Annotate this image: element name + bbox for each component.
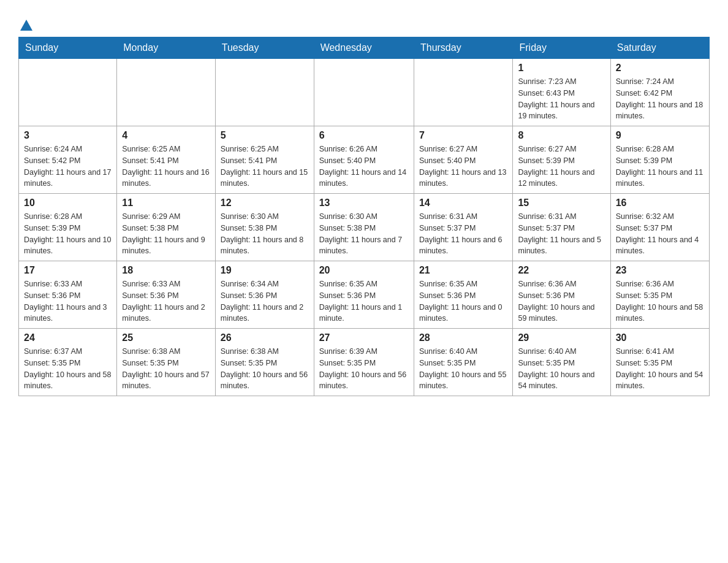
page-header (18, 12, 710, 31)
day-number: 20 (319, 265, 409, 276)
table-row: 13Sunrise: 6:30 AMSunset: 5:38 PMDayligh… (314, 194, 414, 261)
col-monday: Monday (117, 37, 216, 59)
day-detail: Sunrise: 6:39 AMSunset: 5:35 PMDaylight:… (319, 346, 409, 392)
table-row: 20Sunrise: 6:35 AMSunset: 5:36 PMDayligh… (314, 261, 414, 329)
day-number: 21 (419, 265, 508, 276)
day-number: 15 (518, 197, 605, 209)
day-number: 19 (221, 265, 309, 276)
day-number: 22 (518, 265, 605, 276)
table-row: 23Sunrise: 6:36 AMSunset: 5:35 PMDayligh… (610, 261, 709, 329)
table-row: 1Sunrise: 7:23 AMSunset: 6:43 PMDaylight… (513, 59, 610, 126)
day-number: 5 (221, 130, 309, 141)
table-row: 14Sunrise: 6:31 AMSunset: 5:37 PMDayligh… (414, 194, 513, 261)
day-detail: Sunrise: 6:33 AMSunset: 5:36 PMDaylight:… (122, 278, 210, 324)
day-detail: Sunrise: 6:38 AMSunset: 5:35 PMDaylight:… (221, 346, 309, 392)
day-number: 28 (419, 332, 508, 343)
calendar-week-row: 3Sunrise: 6:24 AMSunset: 5:42 PMDaylight… (19, 126, 710, 194)
day-number: 3 (24, 130, 112, 141)
table-row: 27Sunrise: 6:39 AMSunset: 5:35 PMDayligh… (314, 329, 414, 396)
day-number: 1 (518, 63, 605, 74)
col-wednesday: Wednesday (314, 37, 414, 59)
table-row: 19Sunrise: 6:34 AMSunset: 5:36 PMDayligh… (215, 261, 314, 329)
day-detail: Sunrise: 6:28 AMSunset: 5:39 PMDaylight:… (24, 211, 112, 257)
col-thursday: Thursday (414, 37, 513, 59)
day-detail: Sunrise: 6:25 AMSunset: 5:41 PMDaylight:… (221, 144, 309, 190)
day-detail: Sunrise: 6:33 AMSunset: 5:36 PMDaylight:… (24, 278, 112, 324)
day-number: 11 (122, 197, 210, 209)
table-row: 2Sunrise: 7:24 AMSunset: 6:42 PMDaylight… (610, 59, 709, 126)
day-detail: Sunrise: 6:26 AMSunset: 5:40 PMDaylight:… (319, 144, 409, 190)
table-row: 6Sunrise: 6:26 AMSunset: 5:40 PMDaylight… (314, 126, 414, 194)
day-number: 2 (616, 63, 704, 74)
table-row: 11Sunrise: 6:29 AMSunset: 5:38 PMDayligh… (117, 194, 216, 261)
day-detail: Sunrise: 6:36 AMSunset: 5:36 PMDaylight:… (518, 278, 605, 324)
table-row (117, 59, 216, 126)
table-row: 25Sunrise: 6:38 AMSunset: 5:35 PMDayligh… (117, 329, 216, 396)
table-row: 3Sunrise: 6:24 AMSunset: 5:42 PMDaylight… (19, 126, 117, 194)
day-number: 17 (24, 265, 112, 276)
table-row: 24Sunrise: 6:37 AMSunset: 5:35 PMDayligh… (19, 329, 117, 396)
day-detail: Sunrise: 6:40 AMSunset: 5:35 PMDaylight:… (518, 346, 605, 392)
day-number: 18 (122, 265, 210, 276)
day-detail: Sunrise: 6:27 AMSunset: 5:40 PMDaylight:… (419, 144, 508, 190)
day-number: 4 (122, 130, 210, 141)
table-row (314, 59, 414, 126)
day-detail: Sunrise: 7:24 AMSunset: 6:42 PMDaylight:… (616, 76, 704, 122)
day-number: 26 (221, 332, 309, 343)
day-number: 10 (24, 197, 112, 209)
day-detail: Sunrise: 6:30 AMSunset: 5:38 PMDaylight:… (221, 211, 309, 257)
day-detail: Sunrise: 6:32 AMSunset: 5:37 PMDaylight:… (616, 211, 704, 257)
day-number: 7 (419, 130, 508, 141)
day-detail: Sunrise: 6:24 AMSunset: 5:42 PMDaylight:… (24, 144, 112, 190)
day-detail: Sunrise: 6:29 AMSunset: 5:38 PMDaylight:… (122, 211, 210, 257)
col-tuesday: Tuesday (215, 37, 314, 59)
calendar-week-row: 24Sunrise: 6:37 AMSunset: 5:35 PMDayligh… (19, 329, 710, 396)
day-detail: Sunrise: 6:37 AMSunset: 5:35 PMDaylight:… (24, 346, 112, 392)
table-row: 22Sunrise: 6:36 AMSunset: 5:36 PMDayligh… (513, 261, 610, 329)
table-row: 4Sunrise: 6:25 AMSunset: 5:41 PMDaylight… (117, 126, 216, 194)
day-number: 24 (24, 332, 112, 343)
day-number: 9 (616, 130, 704, 141)
day-number: 6 (319, 130, 409, 141)
day-number: 25 (122, 332, 210, 343)
table-row: 12Sunrise: 6:30 AMSunset: 5:38 PMDayligh… (215, 194, 314, 261)
calendar-week-row: 10Sunrise: 6:28 AMSunset: 5:39 PMDayligh… (19, 194, 710, 261)
table-row (414, 59, 513, 126)
day-detail: Sunrise: 7:23 AMSunset: 6:43 PMDaylight:… (518, 76, 605, 122)
day-detail: Sunrise: 6:28 AMSunset: 5:39 PMDaylight:… (616, 144, 704, 190)
day-detail: Sunrise: 6:31 AMSunset: 5:37 PMDaylight:… (419, 211, 508, 257)
table-row: 8Sunrise: 6:27 AMSunset: 5:39 PMDaylight… (513, 126, 610, 194)
calendar-table: Sunday Monday Tuesday Wednesday Thursday… (18, 37, 710, 396)
logo (18, 18, 32, 31)
day-number: 27 (319, 332, 409, 343)
table-row: 9Sunrise: 6:28 AMSunset: 5:39 PMDaylight… (610, 126, 709, 194)
table-row (19, 59, 117, 126)
table-row: 10Sunrise: 6:28 AMSunset: 5:39 PMDayligh… (19, 194, 117, 261)
day-number: 13 (319, 197, 409, 209)
table-row: 7Sunrise: 6:27 AMSunset: 5:40 PMDaylight… (414, 126, 513, 194)
day-detail: Sunrise: 6:36 AMSunset: 5:35 PMDaylight:… (616, 278, 704, 324)
day-detail: Sunrise: 6:38 AMSunset: 5:35 PMDaylight:… (122, 346, 210, 392)
table-row: 21Sunrise: 6:35 AMSunset: 5:36 PMDayligh… (414, 261, 513, 329)
col-friday: Friday (513, 37, 610, 59)
table-row: 18Sunrise: 6:33 AMSunset: 5:36 PMDayligh… (117, 261, 216, 329)
table-row: 5Sunrise: 6:25 AMSunset: 5:41 PMDaylight… (215, 126, 314, 194)
day-detail: Sunrise: 6:35 AMSunset: 5:36 PMDaylight:… (319, 278, 409, 324)
col-sunday: Sunday (19, 37, 117, 59)
day-number: 23 (616, 265, 704, 276)
day-number: 16 (616, 197, 704, 209)
table-row (215, 59, 314, 126)
day-number: 12 (221, 197, 309, 209)
day-detail: Sunrise: 6:40 AMSunset: 5:35 PMDaylight:… (419, 346, 508, 392)
table-row: 26Sunrise: 6:38 AMSunset: 5:35 PMDayligh… (215, 329, 314, 396)
logo-triangle-icon (20, 18, 32, 31)
day-detail: Sunrise: 6:30 AMSunset: 5:38 PMDaylight:… (319, 211, 409, 257)
table-row: 28Sunrise: 6:40 AMSunset: 5:35 PMDayligh… (414, 329, 513, 396)
table-row: 30Sunrise: 6:41 AMSunset: 5:35 PMDayligh… (610, 329, 709, 396)
svg-marker-0 (20, 20, 32, 31)
table-row: 15Sunrise: 6:31 AMSunset: 5:37 PMDayligh… (513, 194, 610, 261)
day-detail: Sunrise: 6:25 AMSunset: 5:41 PMDaylight:… (122, 144, 210, 190)
day-detail: Sunrise: 6:34 AMSunset: 5:36 PMDaylight:… (221, 278, 309, 324)
col-saturday: Saturday (610, 37, 709, 59)
calendar-week-row: 17Sunrise: 6:33 AMSunset: 5:36 PMDayligh… (19, 261, 710, 329)
